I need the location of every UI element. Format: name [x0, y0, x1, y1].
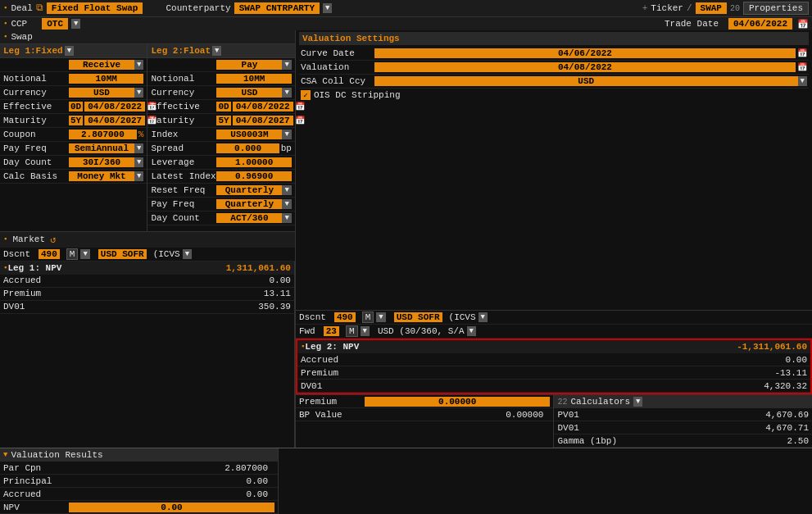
counterparty-dropdown[interactable]: ▼: [323, 3, 332, 13]
csa-dropdown[interactable]: ▼: [798, 76, 807, 86]
leg2-mat-prefix[interactable]: 5Y: [216, 116, 230, 125]
leg1-notional[interactable]: 10MM: [69, 74, 143, 84]
leg2-eff-prefix[interactable]: 0D: [216, 102, 230, 111]
ccp-dropdown[interactable]: ▼: [71, 19, 80, 29]
calc-label: Calculators: [570, 397, 630, 407]
leg1-calcbasis[interactable]: Money Mkt: [69, 171, 134, 181]
leg2-index[interactable]: US0003M: [216, 130, 282, 139]
leg1-dir-dropdown[interactable]: ▼: [134, 60, 143, 70]
dscnt-right-value[interactable]: 490: [334, 312, 356, 322]
leg1-ccy-dropdown[interactable]: ▼: [134, 88, 143, 98]
leg2-index-dropdown[interactable]: ▼: [282, 130, 291, 139]
fwd-value[interactable]: 23: [324, 326, 339, 336]
ccp-value[interactable]: OTC: [42, 18, 68, 30]
calc-dropdown[interactable]: ▼: [633, 397, 642, 407]
leg2-resetfreq-dropdown[interactable]: ▼: [282, 185, 291, 195]
valuation-value[interactable]: 04/08/2022: [374, 62, 796, 72]
copy-icon[interactable]: ⧉: [36, 2, 43, 14]
leg2-spread-row: Spread 0.000 bp: [147, 142, 294, 156]
ois-checkbox[interactable]: ✓: [301, 90, 311, 100]
leg1-coupon[interactable]: 2.807000: [69, 130, 137, 139]
fwd-curve-dropdown[interactable]: ▼: [467, 326, 476, 336]
valuation-row: Valuation 04/08/2022 📅: [299, 61, 809, 75]
leg1-calcbasis-dropdown[interactable]: ▼: [134, 171, 143, 181]
leg2-ccy-dropdown[interactable]: ▼: [282, 88, 291, 98]
leg2-payfreq-dropdown[interactable]: ▼: [282, 199, 291, 209]
leg1-npv-title: Leg 1: NPV: [7, 263, 61, 273]
leg2-dir-dropdown[interactable]: ▼: [282, 60, 291, 70]
market-dscnt-right-row: Dscnt 490 M ▼ USD SOFR (ICVS ▼: [296, 311, 812, 325]
leg1-daycount[interactable]: 30I/360: [69, 157, 134, 167]
dscnt-right-curve[interactable]: USD SOFR: [394, 312, 442, 322]
properties-button[interactable]: Properties: [743, 2, 809, 15]
leg1-notional-row: Notional 10MM: [0, 72, 147, 86]
leg1-header[interactable]: Leg 1:Fixed ▼: [0, 44, 147, 58]
leg2-leverage[interactable]: 1.00000: [216, 157, 291, 167]
dscnt-curve[interactable]: USD SOFR: [98, 249, 147, 259]
leg1-eff-prefix[interactable]: 0D: [69, 102, 83, 111]
ois-row[interactable]: ✓ OIS DC Stripping: [299, 89, 809, 102]
leg2-dropdown[interactable]: ▼: [212, 46, 221, 56]
leg1-direction[interactable]: Receive: [69, 60, 134, 70]
leg1-dropdown[interactable]: ▼: [65, 46, 74, 56]
leg2-daycount[interactable]: ACT/360: [216, 213, 282, 223]
market-refresh[interactable]: ↺: [50, 234, 56, 246]
market-fwd-row: Fwd 23 M ▼ USD (30/360, S/A ▼: [296, 325, 812, 339]
dscnt-m-dropdown[interactable]: ▼: [80, 249, 89, 259]
curve-date-value[interactable]: 04/06/2022: [374, 48, 796, 58]
val-results-label: Valuation Results: [11, 450, 102, 460]
leg2-currency[interactable]: USD: [216, 88, 282, 98]
leg1-accrued-row: Accrued 0.00: [0, 275, 294, 288]
bp-value-label: BP Value: [299, 410, 365, 420]
bp-value-value: 0.00000: [365, 410, 551, 420]
premium-right-row: Premium 0.00000: [296, 395, 554, 408]
leg2-payfreq[interactable]: Quarterly: [216, 199, 282, 209]
leg1-eff-date[interactable]: 04/08/2022: [84, 102, 145, 111]
premium-right-value[interactable]: 0.00000: [365, 397, 551, 407]
dscnt-right-m[interactable]: M: [362, 312, 374, 323]
leg2-header[interactable]: Leg 2:Float ▼: [147, 44, 294, 58]
leg1-daycount-dropdown[interactable]: ▼: [134, 157, 143, 167]
csa-value[interactable]: USD: [374, 76, 798, 86]
trade-date-value[interactable]: 04/06/2022: [728, 18, 792, 30]
leg2-leverage-label: Leverage: [151, 157, 216, 167]
dscnt-right-m-dropdown[interactable]: ▼: [376, 312, 385, 322]
pv01-value: 4,670.69: [765, 410, 809, 420]
leg2-mat-date[interactable]: 04/08/2027: [233, 116, 293, 125]
leg1-mat-date[interactable]: 04/08/2027: [84, 116, 145, 125]
leg2-daycount-dropdown[interactable]: ▼: [282, 213, 291, 223]
spread-bp: bp: [281, 143, 292, 153]
leg1-notional-label: Notional: [3, 74, 69, 84]
dscnt-src-dropdown[interactable]: ▼: [183, 249, 192, 259]
val-results-left: ▼ Valuation Results Par Cpn 2.807000 Pri…: [0, 448, 279, 514]
counterparty-value[interactable]: SWAP CNTRPARTY: [234, 2, 320, 14]
leg1-mat-prefix[interactable]: 5Y: [69, 116, 83, 125]
fwd-m[interactable]: M: [346, 325, 358, 337]
counterparty-label: Counterparty: [166, 3, 230, 13]
leg1-payfreq[interactable]: SemiAnnual: [69, 143, 134, 153]
leg2-spread[interactable]: 0.000: [216, 143, 279, 153]
fwd-m-dropdown[interactable]: ▼: [361, 326, 370, 336]
legs-container: Leg 1:Fixed ▼ Receive ▼ Notional 10MM Cu…: [0, 44, 295, 231]
npv-val-value[interactable]: 0.00: [69, 503, 274, 512]
leg2-header-label: Leg 2:Float: [151, 46, 211, 56]
leg2-latestidx[interactable]: 0.96900: [216, 171, 291, 181]
leg2: Leg 2:Float ▼ Pay ▼ Notional 10MM Curren…: [147, 44, 294, 231]
ticker-value[interactable]: SWAP: [696, 2, 727, 14]
leg2-resetfreq[interactable]: Quarterly: [216, 185, 282, 195]
leg2-notional[interactable]: 10MM: [216, 74, 291, 84]
dscnt-value[interactable]: 490: [39, 249, 60, 259]
principal-row: Principal 0.00: [0, 475, 278, 488]
leg1-payfreq-dropdown[interactable]: ▼: [134, 143, 143, 153]
deal-type[interactable]: Fixed Float Swap: [47, 2, 143, 14]
leg2-eff-date[interactable]: 04/08/2022: [233, 102, 293, 111]
dscnt-m[interactable]: M: [66, 248, 79, 260]
leg2-latestidx-row: Latest Index 0.96900: [147, 170, 294, 184]
par-cpn-row: Par Cpn 2.807000: [0, 462, 278, 475]
csa-label: CSA Coll Ccy: [301, 76, 374, 86]
gamma-label: Gamma (1bp): [557, 436, 617, 446]
leg1-currency[interactable]: USD: [69, 88, 134, 98]
val-col1: Par Cpn 2.807000 Principal 0.00 Accrued …: [0, 462, 278, 514]
leg2-direction[interactable]: Pay: [216, 60, 282, 70]
dscnt-right-src-dropdown[interactable]: ▼: [479, 312, 488, 322]
